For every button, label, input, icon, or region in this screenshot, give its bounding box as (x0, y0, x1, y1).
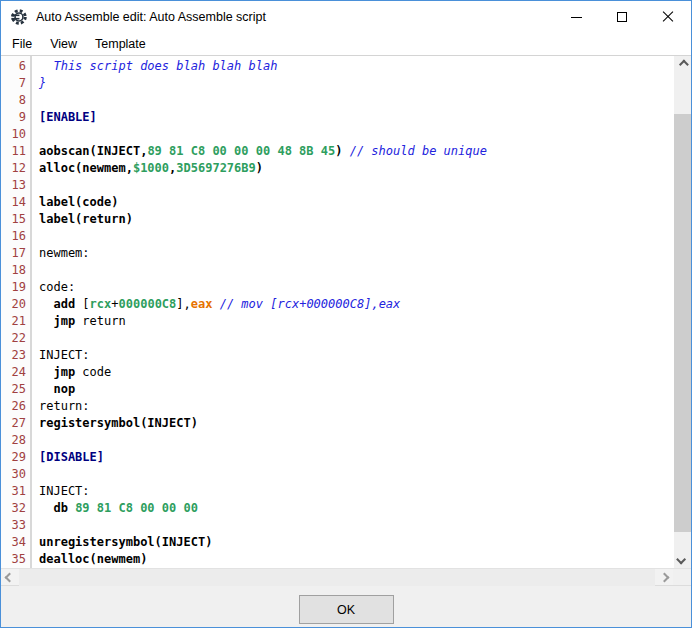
title-bar: Auto Assemble edit: Auto Assemble script (1, 1, 691, 33)
line-number: 14 (1, 194, 26, 211)
vertical-scroll-thumb[interactable] (674, 114, 691, 532)
scroll-right-arrow-icon[interactable] (656, 569, 673, 586)
maximize-button[interactable] (599, 1, 645, 33)
code-segment: // mov [rcx+000000C8],eax (220, 297, 401, 311)
code-segment: db (39, 501, 75, 515)
scroll-down-arrow-icon[interactable] (674, 551, 691, 568)
code-line[interactable]: unregistersymbol(INJECT) (39, 534, 674, 551)
code-segment: [ (82, 297, 89, 311)
code-segment: rcx (90, 297, 112, 311)
code-line[interactable]: return: (39, 398, 674, 415)
line-number: 26 (1, 398, 26, 415)
code-segment: // should be unique (350, 144, 487, 158)
code-segment: INJECT: (39, 484, 90, 498)
code-segment: return (82, 314, 125, 328)
code-segment: [DISABLE] (39, 450, 104, 464)
menu-file[interactable]: File (3, 35, 41, 53)
bottom-panel: OK (1, 585, 691, 627)
code-line[interactable] (39, 126, 674, 143)
code-line[interactable]: registersymbol(INJECT) (39, 415, 674, 432)
code-segment: 89 81 C8 00 00 00 48 8B 45 (147, 144, 335, 158)
ok-button[interactable]: OK (299, 595, 394, 624)
code-line[interactable]: dealloc(newmem) (39, 551, 674, 568)
script-editor: 6789101112131415161718192021222324252627… (1, 55, 691, 568)
line-number: 28 (1, 432, 26, 449)
code-line[interactable] (39, 177, 674, 194)
line-number: 22 (1, 330, 26, 347)
code-line[interactable]: This script does blah blah blah (39, 58, 674, 75)
line-number: 7 (1, 75, 26, 92)
line-number-gutter: 6789101112131415161718192021222324252627… (1, 56, 32, 568)
code-line[interactable]: code: (39, 279, 674, 296)
line-number: 10 (1, 126, 26, 143)
code-line[interactable]: } (39, 75, 674, 92)
code-line[interactable]: INJECT: (39, 483, 674, 500)
code-line[interactable]: db 89 81 C8 00 00 00 (39, 500, 674, 517)
code-segment: 3D5697276B9 (176, 161, 255, 175)
code-line[interactable]: label(return) (39, 211, 674, 228)
code-line[interactable]: [DISABLE] (39, 449, 674, 466)
code-line[interactable]: jmp return (39, 313, 674, 330)
auto-assemble-window: Auto Assemble edit: Auto Assemble script… (0, 0, 692, 628)
line-number: 31 (1, 483, 26, 500)
scroll-left-arrow-icon[interactable] (1, 569, 18, 586)
code-line[interactable] (39, 228, 674, 245)
code-segment: } (39, 76, 46, 90)
code-line[interactable]: label(code) (39, 194, 674, 211)
line-number: 16 (1, 228, 26, 245)
line-number: 21 (1, 313, 26, 330)
code-segment: code (82, 365, 111, 379)
code-segment: jmp (39, 314, 82, 328)
code-segment: ) (256, 161, 263, 175)
line-number: 32 (1, 500, 26, 517)
line-number: 33 (1, 517, 26, 534)
line-number: 30 (1, 466, 26, 483)
code-line[interactable]: nop (39, 381, 674, 398)
close-icon (662, 11, 674, 23)
code-segment: ], (176, 297, 190, 311)
close-button[interactable] (645, 1, 691, 33)
vertical-scrollbar[interactable] (674, 56, 691, 568)
minimize-button[interactable] (553, 1, 599, 33)
code-segment: alloc(newmem, (39, 161, 133, 175)
line-number: 20 (1, 296, 26, 313)
code-segment: return: (39, 399, 90, 413)
code-line[interactable] (39, 262, 674, 279)
code-line[interactable]: add [rcx+000000C8],eax // mov [rcx+00000… (39, 296, 674, 313)
line-number: 6 (1, 58, 26, 75)
code-line[interactable] (39, 330, 674, 347)
code-segment: label(code) (39, 195, 118, 209)
code-segment: aobscan(INJECT, (39, 144, 147, 158)
code-line[interactable] (39, 432, 674, 449)
code-segment: nop (39, 382, 75, 396)
line-number: 15 (1, 211, 26, 228)
code-line[interactable] (39, 517, 674, 534)
code-line[interactable]: jmp code (39, 364, 674, 381)
code-line[interactable] (39, 92, 674, 109)
menu-view[interactable]: View (41, 35, 86, 53)
code-segment: + (111, 297, 118, 311)
line-number: 24 (1, 364, 26, 381)
code-line[interactable] (39, 466, 674, 483)
code-line[interactable]: newmem: (39, 245, 674, 262)
horizontal-scrollbar[interactable] (1, 569, 673, 585)
code-segment: [ENABLE] (39, 110, 97, 124)
code-segment: dealloc(newmem) (39, 552, 147, 566)
code-line[interactable]: aobscan(INJECT,89 81 C8 00 00 00 48 8B 4… (39, 143, 674, 160)
code-area[interactable]: This script does blah blah blah}[ENABLE]… (32, 56, 674, 568)
code-segment (212, 297, 219, 311)
horizontal-scroll-thumb[interactable] (19, 569, 655, 586)
minimize-icon (571, 17, 582, 18)
scrollbar-corner (673, 569, 691, 585)
window-title: Auto Assemble edit: Auto Assemble script (36, 10, 553, 24)
horizontal-scrollbar-row (1, 568, 691, 585)
scroll-up-arrow-icon[interactable] (674, 56, 691, 73)
code-line[interactable]: [ENABLE] (39, 109, 674, 126)
code-line[interactable]: alloc(newmem,$1000,3D5697276B9) (39, 160, 674, 177)
line-number: 13 (1, 177, 26, 194)
menu-template[interactable]: Template (86, 35, 155, 53)
code-segment: INJECT: (39, 348, 90, 362)
code-segment: This script does blah blah blah (39, 59, 277, 73)
code-line[interactable]: INJECT: (39, 347, 674, 364)
line-number: 25 (1, 381, 26, 398)
